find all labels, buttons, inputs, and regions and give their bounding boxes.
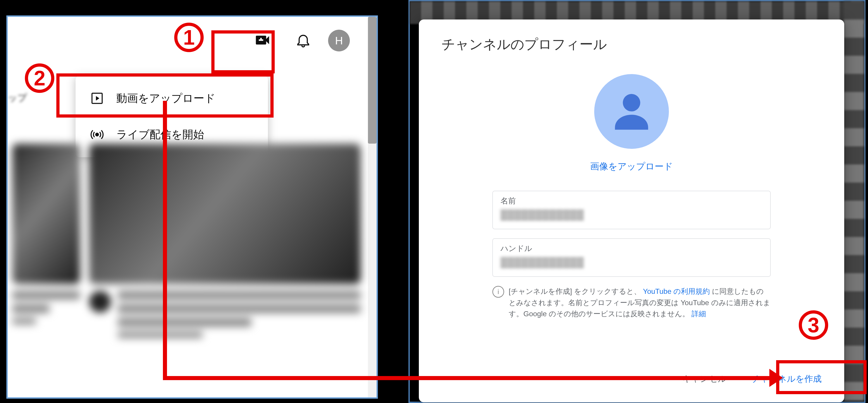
- name-field[interactable]: 名前 ████████████: [492, 191, 771, 229]
- scrollbar-track[interactable]: [368, 17, 376, 397]
- channel-profile-panel: チャンネルのプロフィール 画像をアップロード 名前 ████████████ ハ…: [408, 0, 866, 403]
- background-edge: [844, 1, 864, 402]
- info-icon: i: [492, 286, 504, 298]
- default-avatar: [594, 74, 669, 149]
- person-icon: [607, 86, 656, 137]
- handle-field[interactable]: ハンドル ████████████: [492, 238, 771, 277]
- field-label: 名前: [500, 196, 763, 206]
- video-thumbnails-blurred: [8, 144, 368, 397]
- video-thumbnail[interactable]: [89, 144, 361, 284]
- field-value-blurred: ████████████: [500, 209, 763, 220]
- step-marker-2: 2: [25, 63, 54, 93]
- annotation-arrow: [163, 376, 772, 380]
- svg-point-1: [96, 133, 98, 136]
- step-marker-3: 3: [799, 310, 828, 340]
- truncated-text: ップ: [8, 91, 27, 104]
- video-thumbnail[interactable]: [12, 144, 80, 284]
- channel-avatar[interactable]: [89, 291, 111, 313]
- tos-link[interactable]: YouTube の利用規約: [643, 287, 710, 295]
- annotation-box-step1: [211, 30, 275, 74]
- disclosure-part: [チャンネルを作成] をクリックすると、: [509, 287, 641, 295]
- svg-point-2: [623, 94, 640, 111]
- details-link[interactable]: 詳細: [691, 310, 706, 318]
- upload-image-link[interactable]: 画像をアップロード: [590, 160, 673, 173]
- bell-icon: [295, 32, 311, 49]
- field-value-blurred: ████████████: [500, 257, 763, 268]
- create-channel-modal: チャンネルのプロフィール 画像をアップロード 名前 ████████████ ハ…: [419, 20, 844, 402]
- account-avatar[interactable]: H: [328, 30, 350, 51]
- youtube-home-panel: ップ H: [6, 16, 378, 399]
- annotation-box-step3: [776, 360, 867, 394]
- notifications-button[interactable]: [287, 25, 319, 56]
- menu-item-label: ライブ配信を開始: [116, 127, 204, 142]
- disclosure-text: i [チャンネルを作成] をクリックすると、 YouTube の利用規約 に同意…: [492, 286, 771, 320]
- field-label: ハンドル: [500, 243, 763, 254]
- annotation-arrow: [163, 101, 167, 378]
- scrollbar-thumb[interactable]: [368, 17, 376, 144]
- avatar-initial: H: [335, 34, 343, 47]
- broadcast-icon: [89, 126, 105, 143]
- step-marker-1: 1: [174, 23, 204, 52]
- modal-title: チャンネルのプロフィール: [441, 35, 822, 54]
